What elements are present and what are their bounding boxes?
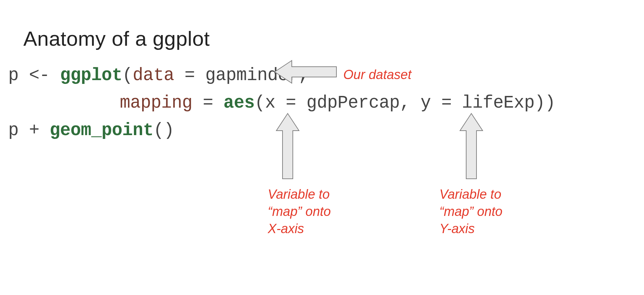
annotation-dataset: Our dataset <box>343 66 412 83</box>
fn-aes: aes <box>223 93 255 113</box>
slide-title: Anatomy of a ggplot <box>23 27 210 51</box>
diagram-stage: Anatomy of a ggplot p <- ggplot(data = g… <box>0 0 644 295</box>
svg-marker-0 <box>275 61 336 83</box>
fn-ggplot: ggplot <box>60 66 122 85</box>
svg-marker-2 <box>460 113 483 179</box>
fn-geom-point: geom_point <box>50 121 153 140</box>
annotation-line: Y-axis <box>439 221 475 236</box>
arrow-up-icon <box>276 113 299 179</box>
arg-data: data <box>133 66 174 85</box>
arrow-up-icon <box>460 113 483 179</box>
arrow-left-icon <box>275 61 336 83</box>
code-text: (x = gdpPercap, y = lifeExp)) <box>255 93 555 113</box>
code-text: ( <box>122 66 133 85</box>
arg-mapping: mapping <box>120 93 192 113</box>
annotation-line: “map” onto <box>439 204 503 219</box>
code-text: p <- <box>8 66 60 85</box>
annotation-x-variable: Variable to “map” onto X-axis <box>268 186 357 237</box>
svg-marker-1 <box>276 113 299 179</box>
annotation-line: Variable to <box>268 187 330 201</box>
code-text: () <box>153 121 174 140</box>
code-text: p + <box>8 121 50 140</box>
annotation-line: Variable to <box>439 187 501 201</box>
annotation-line: “map” onto <box>268 204 331 219</box>
code-line-2: mapping = aes(x = gdpPercap, y = lifeExp… <box>8 89 555 117</box>
code-text: = <box>192 93 223 113</box>
annotation-y-variable: Variable to “map” onto Y-axis <box>439 186 529 237</box>
annotation-line: X-axis <box>268 221 304 236</box>
